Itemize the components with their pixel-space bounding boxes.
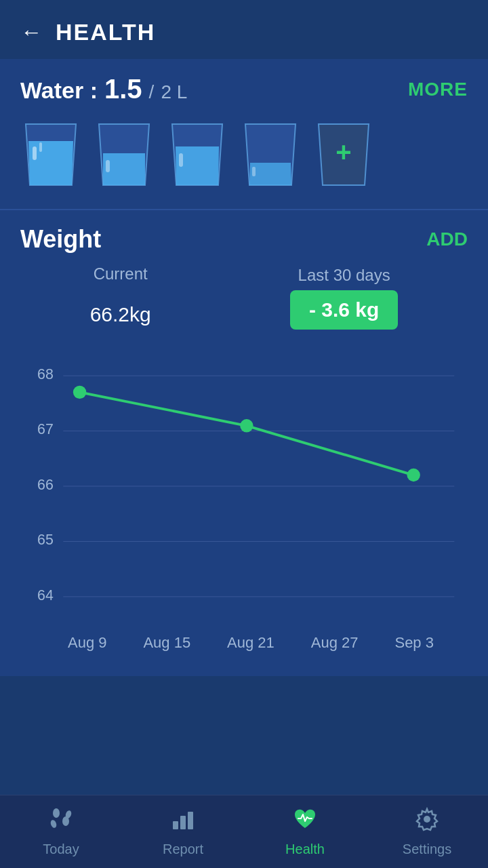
heart-pulse-icon [292, 806, 318, 837]
bottom-nav: Today Report Health Settin [0, 795, 488, 868]
water-cups-container: + [20, 121, 468, 189]
chart-x-labels: Aug 9 Aug 15 Aug 21 Aug 27 Sep 3 [27, 634, 461, 652]
weight-title: Weight [20, 225, 101, 254]
chart-point-sep3 [407, 469, 420, 481]
water-cup-add[interactable]: + [313, 121, 374, 189]
svg-rect-31 [188, 812, 193, 829]
chart-point-aug9 [73, 386, 86, 399]
weight-trend-value: - 3.6 kg [290, 290, 398, 330]
weight-current-value: 66.2kg [90, 286, 151, 330]
svg-text:67: 67 [37, 421, 54, 437]
nav-item-today[interactable]: Today [0, 806, 122, 857]
water-cup-1[interactable] [20, 121, 81, 189]
weight-chart: 68 67 66 65 64 Aug 9 Aug 15 Aug 21 Aug 2… [20, 344, 468, 669]
back-button[interactable]: ← [20, 20, 42, 45]
svg-point-32 [424, 816, 430, 823]
weight-stats: Current 66.2kg Last 30 days - 3.6 kg [20, 264, 468, 330]
svg-rect-12 [252, 167, 256, 176]
svg-rect-6 [106, 160, 110, 172]
weight-current-label: Current [90, 264, 151, 283]
weight-trend-container: Last 30 days - 3.6 kg [290, 266, 398, 330]
header: ← HEALTH [0, 0, 488, 59]
water-header: Water : 1.5 / 2 L MORE [20, 74, 468, 104]
footsteps-icon [48, 806, 74, 837]
weight-header: Weight ADD [20, 225, 468, 254]
page-title: HEALTH [56, 19, 155, 45]
water-more-button[interactable]: MORE [408, 79, 468, 100]
nav-item-settings[interactable]: Settings [366, 806, 488, 857]
nav-label-report: Report [163, 842, 203, 857]
nav-label-settings: Settings [403, 842, 451, 857]
svg-point-25 [53, 808, 60, 818]
svg-rect-2 [33, 146, 37, 160]
weight-unit: kg [129, 303, 151, 326]
chart-svg: 68 67 66 65 64 [27, 344, 461, 629]
water-cup-3[interactable] [167, 121, 228, 189]
svg-text:+: + [336, 137, 351, 167]
svg-rect-29 [173, 821, 178, 829]
svg-text:68: 68 [37, 366, 54, 382]
water-cup-2[interactable] [94, 121, 155, 189]
x-label-aug27: Aug 27 [311, 634, 359, 652]
gear-icon [414, 806, 440, 837]
weight-current-container: Current 66.2kg [90, 264, 151, 330]
svg-text:65: 65 [37, 532, 54, 548]
water-separator: / [149, 81, 155, 103]
chart-point-aug21 [240, 419, 253, 432]
svg-marker-11 [249, 163, 291, 185]
water-label: Water : [20, 77, 98, 104]
svg-text:64: 64 [37, 587, 54, 604]
svg-point-27 [49, 819, 58, 829]
water-current: 1.5 [104, 74, 142, 104]
water-cup-4[interactable] [240, 121, 301, 189]
water-section: Water : 1.5 / 2 L MORE [0, 59, 488, 210]
bar-chart-icon [170, 806, 196, 837]
weight-trend-label: Last 30 days [290, 266, 398, 285]
weight-section: Weight ADD Current 66.2kg Last 30 days -… [0, 210, 488, 676]
weight-add-button[interactable]: ADD [426, 229, 468, 250]
x-label-sep3: Sep 3 [394, 634, 434, 652]
svg-rect-9 [179, 153, 183, 167]
svg-text:66: 66 [37, 477, 54, 493]
nav-label-health: Health [285, 842, 325, 857]
nav-item-report[interactable]: Report [122, 806, 244, 857]
x-label-aug9: Aug 9 [68, 634, 107, 652]
x-label-aug15: Aug 15 [143, 634, 190, 652]
nav-item-health[interactable]: Health [244, 806, 366, 857]
water-goal: 2 L [161, 81, 187, 103]
x-label-aug21: Aug 21 [227, 634, 274, 652]
nav-label-today: Today [43, 842, 79, 857]
svg-rect-30 [180, 816, 186, 829]
svg-rect-3 [39, 142, 42, 152]
